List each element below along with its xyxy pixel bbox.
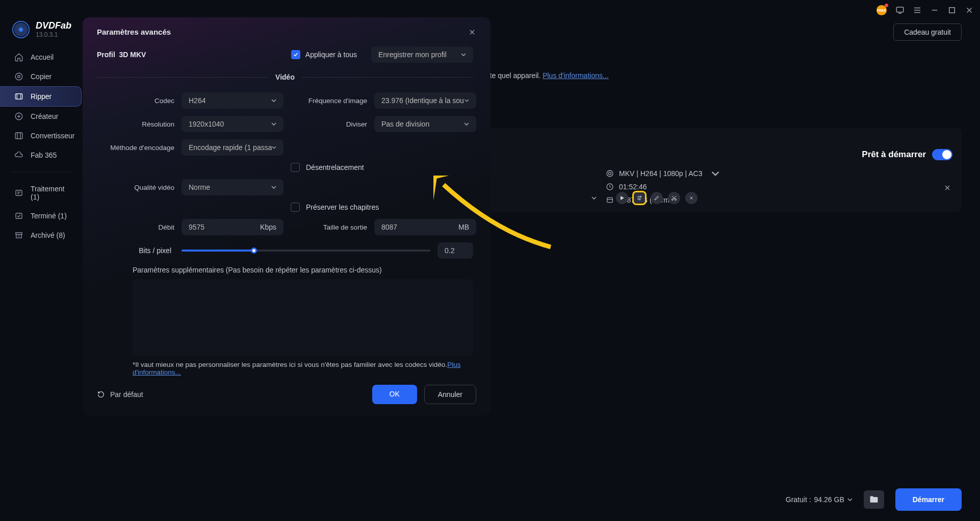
bpp-value-input[interactable] (437, 242, 473, 259)
sidebar-divider (10, 172, 71, 172)
clock-icon (606, 183, 614, 191)
converter-icon (14, 131, 23, 140)
sidebar-item-ripper[interactable]: Ripper (0, 86, 82, 107)
bpp-slider[interactable] (182, 250, 430, 252)
svg-rect-11 (15, 133, 22, 139)
sidebar-item-label: Terminé (1) (31, 212, 67, 220)
close-modal-button[interactable] (468, 28, 476, 36)
ok-button[interactable]: OK (372, 385, 417, 404)
duration-value: 01:52:46 (606, 183, 952, 191)
chevron-down-icon (461, 52, 466, 57)
codec-warning: *Il vaut mieux ne pas personnaliser les … (133, 361, 473, 376)
sidebar-item-label: Traitement (1) (31, 185, 73, 201)
sidebar-item-label: Créateur (31, 112, 58, 120)
encoding-dropdown[interactable]: Encodage rapide (1 passage) (182, 139, 283, 156)
svg-point-8 (18, 76, 20, 78)
sidebar-item-label: Fab 365 (31, 151, 57, 159)
output-folder-button[interactable] (864, 490, 884, 509)
processing-icon (14, 188, 23, 197)
chevron-down-icon (272, 145, 276, 150)
sidebar-item-copy[interactable]: Copier (0, 67, 82, 86)
svg-point-16 (607, 170, 613, 177)
free-badge-icon[interactable]: FREE (876, 5, 887, 16)
minimize-icon[interactable] (930, 6, 939, 15)
outsize-input[interactable]: MB (374, 219, 476, 235)
menu-icon[interactable] (913, 6, 922, 15)
home-icon (14, 53, 23, 62)
svg-rect-13 (16, 213, 22, 219)
play-button[interactable] (616, 192, 628, 204)
svg-point-7 (15, 73, 22, 80)
svg-rect-3 (949, 8, 955, 13)
quality-dropdown[interactable]: Norme (182, 179, 283, 195)
cancel-button[interactable]: Annuler (424, 385, 476, 404)
creator-icon (14, 112, 23, 121)
extras-label: Paramètres supplémentaires (Pas besoin d… (97, 266, 473, 274)
close-window-icon[interactable] (965, 6, 974, 15)
maximize-icon[interactable] (947, 6, 957, 15)
video-section-header: Vidéo (97, 73, 473, 81)
sidebar-item-processing[interactable]: Traitement (1) (0, 180, 82, 206)
codec-dropdown[interactable]: H264 (182, 92, 283, 109)
disc-copy-icon (14, 72, 23, 81)
modal-title: Paramètres avancés (97, 28, 171, 36)
remove-job-button[interactable] (943, 184, 951, 192)
chevron-down-icon (465, 98, 469, 103)
sidebar-item-label: Copier (31, 72, 51, 81)
product-version: 13.0.3.1 (36, 31, 71, 38)
sidebar-item-home[interactable]: Accueil (0, 47, 82, 67)
format-dropdown[interactable]: MKV | H264 | 1080p | AC3 (606, 169, 952, 178)
sidebar-item-fab365[interactable]: Fab 365 (0, 145, 82, 165)
ready-toggle[interactable] (932, 149, 952, 160)
encoding-label: Méthode d'encodage (97, 144, 174, 152)
svg-point-20 (640, 196, 641, 197)
chevron-down-icon (271, 185, 276, 190)
ready-label: Prêt à démarrer (862, 150, 926, 160)
sidebar-item-label: Ripper (31, 92, 51, 101)
outsize-label: Taille de sortie (291, 224, 367, 231)
more-info-link[interactable]: Plus d'informations... (543, 71, 609, 80)
edit-button[interactable] (651, 192, 663, 204)
framerate-dropdown[interactable]: 23.976 (Identique à la source) (374, 92, 476, 109)
delete-button[interactable] (685, 192, 698, 204)
profile-label: Profil 3D MKV (97, 51, 146, 59)
sidebar-item-done[interactable]: Terminé (1) (0, 206, 82, 226)
sidebar: DVDFab 13.0.3.1 Accueil Copier Ripper Cr… (0, 20, 82, 521)
sidebar-item-label: Convertisseur (31, 132, 74, 140)
quality-label: Qualité vidéo (97, 184, 174, 191)
cut-button[interactable] (668, 192, 680, 204)
sidebar-item-archived[interactable]: Archivé (8) (0, 226, 82, 245)
bitrate-input[interactable]: Kbps (182, 219, 283, 235)
extras-textarea[interactable] (133, 279, 473, 356)
chevron-down-icon (464, 121, 469, 127)
free-space-indicator[interactable]: Gratuit : 94.26 GB (786, 495, 853, 504)
resolution-dropdown[interactable]: 1920x1040 (182, 116, 283, 132)
cloud-icon (14, 151, 23, 160)
sidebar-item-creator[interactable]: Créateur (0, 107, 82, 126)
job-actions (591, 192, 698, 204)
preserve-chapters-checkbox[interactable]: Préserver les chapitres (291, 203, 476, 212)
codec-label: Codec (97, 97, 174, 105)
done-icon (14, 211, 23, 220)
chevron-down-icon (711, 169, 719, 178)
advanced-settings-button[interactable] (633, 192, 646, 204)
logo-icon (12, 21, 30, 38)
theme-icon[interactable] (895, 6, 905, 15)
ripper-icon (14, 92, 23, 101)
framerate-label: Fréquence d'image (291, 97, 367, 105)
apply-all-checkbox[interactable]: Appliquer à tous (291, 50, 357, 59)
archive-icon (14, 231, 23, 240)
bitrate-label: Débit (97, 224, 174, 231)
sidebar-item-label: Archivé (8) (31, 231, 65, 239)
split-label: Diviser (291, 120, 367, 128)
deinterlace-checkbox[interactable]: Désentrelacement (291, 163, 476, 172)
start-button[interactable]: Démarrer (895, 488, 962, 511)
svg-rect-2 (896, 7, 904, 12)
svg-point-6 (19, 27, 23, 32)
split-dropdown[interactable]: Pas de division (374, 116, 476, 132)
chevron-down-icon[interactable] (591, 195, 597, 201)
reset-button[interactable]: Par défaut (97, 390, 143, 399)
save-profile-dropdown[interactable]: Enregistrer mon profil (371, 46, 473, 63)
svg-rect-12 (16, 190, 22, 196)
sidebar-item-converter[interactable]: Convertisseur (0, 126, 82, 145)
